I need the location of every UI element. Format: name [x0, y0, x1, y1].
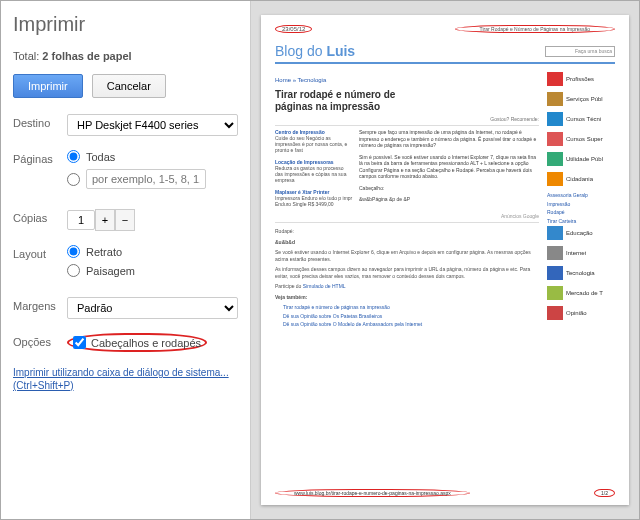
article-title: Tirar rodapé e número de páginas na impr…	[275, 89, 435, 113]
button-row: Imprimir Cancelar	[13, 74, 238, 98]
preview-area: 23/05/12 Tirar Rodapé e Número de Página…	[251, 1, 639, 519]
sidebar-icon	[547, 92, 563, 106]
footer-pagenum-highlight: 1/2	[594, 489, 615, 497]
pages-label: Páginas	[13, 150, 67, 165]
copies-plus[interactable]: +	[95, 209, 115, 231]
footer-url-highlight: www.luis.blog.br/tirar-rodape-e-numero-d…	[275, 489, 470, 497]
print-button[interactable]: Imprimir	[13, 74, 83, 98]
sidebar-icon	[547, 112, 563, 126]
search-box: Faça uma busca	[545, 46, 615, 57]
breadcrumb: Home » Tecnologia	[275, 77, 539, 83]
sidebar-item: Profissões	[547, 72, 615, 86]
sidebar-icon	[547, 226, 563, 240]
sidebar-item: Cursos Super	[547, 132, 615, 146]
destination-select[interactable]: HP Deskjet F4400 series	[67, 114, 238, 136]
sidebar-icon	[547, 152, 563, 166]
sidebar-icon	[547, 246, 563, 260]
ads-column: Centro de ImpressãoCuide do seu Negócio …	[275, 129, 353, 213]
system-dialog-link[interactable]: Imprimir utilizando caixa de diálogo de …	[13, 366, 238, 392]
recommend-text: Gostou? Recomende:	[275, 116, 539, 122]
sidebar-icon	[547, 172, 563, 186]
blog-title: Blog do Luis	[275, 43, 355, 59]
sidebar-icon	[547, 286, 563, 300]
sidebar-item: Educação	[547, 226, 615, 240]
sidebar-item: Mercado de T	[547, 286, 615, 300]
copies-minus[interactable]: −	[115, 209, 135, 231]
layout-portrait-radio[interactable]	[67, 245, 80, 258]
sidebar-item: Serviços Públ	[547, 92, 615, 106]
sidebar-icon	[547, 132, 563, 146]
pages-range-radio[interactable]	[67, 173, 80, 186]
destination-label: Destino	[13, 114, 67, 129]
sidebar-item: Internet	[547, 246, 615, 260]
print-panel: Imprimir Total: 2 folhas de papel Imprim…	[1, 1, 251, 519]
panel-title: Imprimir	[13, 13, 238, 36]
margins-label: Margens	[13, 297, 67, 312]
preview-sidebar: ProfissõesServiços PúblCursos TécniCurso…	[547, 72, 615, 330]
options-highlight: Cabeçalhos e rodapés	[67, 333, 207, 352]
pages-all-radio[interactable]	[67, 150, 80, 163]
sidebar-icon	[547, 306, 563, 320]
headers-footers-checkbox[interactable]	[73, 336, 86, 349]
layout-landscape-radio[interactable]	[67, 264, 80, 277]
margins-select[interactable]: Padrão	[67, 297, 238, 319]
options-label: Opções	[13, 333, 67, 348]
copies-label: Cópias	[13, 209, 67, 224]
preview-page: 23/05/12 Tirar Rodapé e Número de Página…	[261, 15, 629, 505]
header-date-highlight: 23/05/12	[275, 25, 312, 33]
total-sheets: Total: 2 folhas de papel	[13, 50, 238, 62]
sidebar-item: Opinião	[547, 306, 615, 320]
sidebar-item: Utilidade Públ	[547, 152, 615, 166]
sidebar-icon	[547, 72, 563, 86]
cancel-button[interactable]: Cancelar	[92, 74, 166, 98]
sidebar-item: Tecnologia	[547, 266, 615, 280]
sidebar-item: Cidadania	[547, 172, 615, 186]
sidebar-icon	[547, 266, 563, 280]
layout-label: Layout	[13, 245, 67, 260]
pages-range-input[interactable]	[86, 169, 206, 189]
copies-input[interactable]	[67, 210, 95, 230]
sidebar-item: Cursos Técni	[547, 112, 615, 126]
header-title-highlight: Tirar Rodapé e Número de Páginas na Impr…	[455, 25, 615, 33]
